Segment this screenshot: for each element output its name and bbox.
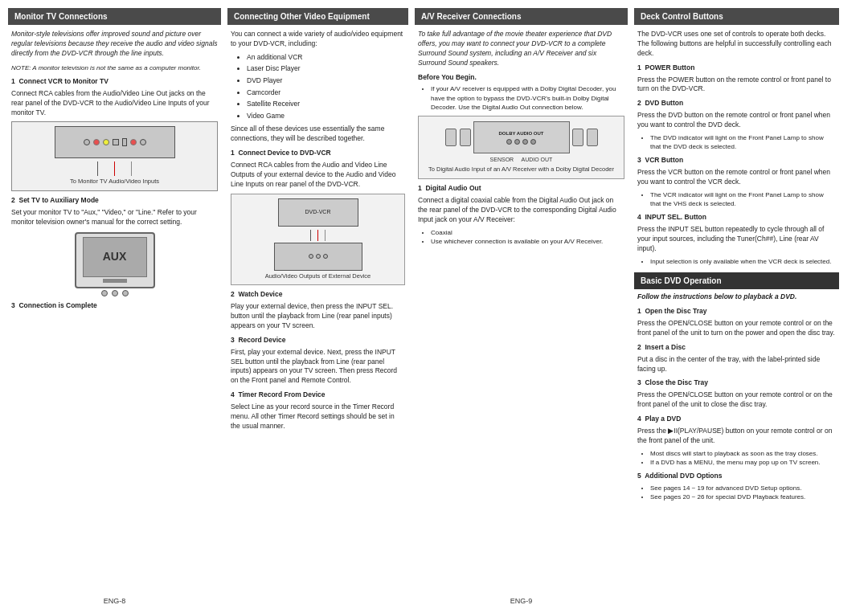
deck-step-1: 1 POWER Button <box>637 63 836 73</box>
aux-tv-diagram: AUX <box>11 232 218 296</box>
equipment-list: An additional VCR Laser Disc Player DVD … <box>247 52 405 122</box>
monitor-tv-header: Monitor TV Connections <box>8 8 221 25</box>
before-begin-item: If your A/V receiver is equipped with a … <box>431 84 624 112</box>
conn-step-3: 3 Record Device <box>231 336 405 345</box>
monitor-tv-intro: Monitor-style televisions offer improved… <box>11 30 218 59</box>
list-item: DVD Player <box>247 76 405 87</box>
column-av-receiver: A/V Receiver Connections To take full ad… <box>415 8 628 605</box>
deck-step-4-content: Press the INPUT SEL button repeatedly to… <box>637 225 836 254</box>
column-deck-control: Deck Control Buttons The DVD-VCR uses on… <box>634 8 839 605</box>
deck-step-3-content: Press the VCR button on the remote contr… <box>637 168 836 187</box>
dvd-step-5-bullets: See pages 14 ~ 19 for advanced DVD Setup… <box>650 484 836 501</box>
av-diagram: DOLBY AUDIO OUT SENSOR AUDIO OUT <box>418 116 624 179</box>
basic-dvd-follow: Follow the instructions below to playbac… <box>637 292 836 302</box>
list-item: An additional VCR <box>247 52 405 63</box>
basic-dvd-content: Follow the instructions below to playbac… <box>634 292 839 501</box>
dvd-step-1-content: Press the OPEN/CLOSE button on your remo… <box>637 319 836 338</box>
deck-step-4: 4 INPUT SEL. Button <box>637 213 836 223</box>
column-connecting-other: Connecting Other Video Equipment You can… <box>227 8 408 605</box>
deck-step-3-bullet: The VCR indicator will light on the Fron… <box>650 190 836 208</box>
step-3-header: 3 Connection is Complete <box>11 301 218 311</box>
dvd-step-2: 2 Insert a Disc <box>637 343 836 353</box>
deck-step-3: 3 VCR Button <box>637 156 836 166</box>
av-receiver-content: To take full advantage of the movie thea… <box>415 30 628 246</box>
external-device-diagram: DVD-VCR Audio/Video Outputs of External … <box>231 194 405 286</box>
page-container: Monitor TV Connections Monitor-style tel… <box>0 0 868 613</box>
dvd-step-4: 4 Play a DVD <box>637 415 836 424</box>
dvd-step-3-content: Press the OPEN/CLOSE button on your remo… <box>637 390 836 410</box>
deck-step-2-bullets: The DVD indicator will light on the Fron… <box>650 133 836 151</box>
deck-step-2: 2 DVD Button <box>637 99 836 108</box>
av-step-1-content: Connect a digital coaxial cable from the… <box>418 196 624 225</box>
av-step-1-bullets: Coaxial Use whichever connection is avai… <box>431 228 624 246</box>
dvd-step-5-bullet-2: See pages 20 ~ 26 for special DVD Playba… <box>650 492 836 501</box>
list-item: Laser Disc Player <box>247 63 405 75</box>
step-2-content: Set your monitor TV to "Aux," "Video," o… <box>11 208 218 227</box>
deck-control-header: Deck Control Buttons <box>634 8 839 25</box>
av-intro: To take full advantage of the movie thea… <box>418 30 624 68</box>
before-begin-list: If your A/V receiver is equipped with a … <box>431 84 624 112</box>
connecting-other-header: Connecting Other Video Equipment <box>227 8 408 25</box>
deck-step-2-content: Press the DVD button on the remote contr… <box>637 111 836 130</box>
conn-step-2: 2 Watch Device <box>231 290 405 300</box>
step-1-header: 1 Connect VCR to Monitor TV <box>11 77 218 87</box>
conn-step-1-content: Connect RCA cables from the Audio and Vi… <box>231 161 405 190</box>
vcr-diagram: To Monitor TV Audio/Video Inputs <box>11 121 218 191</box>
monitor-tv-content: Monitor-style televisions offer improved… <box>8 30 221 313</box>
dvd-step-4-bullet-1: Most discs will start to playback as soo… <box>650 449 836 458</box>
conn-step-1: 1 Connect Device to DVD-VCR <box>231 149 405 158</box>
deck-step-1-content: Press the POWER button on the remote con… <box>637 76 836 95</box>
ext-device-caption: Audio/Video Outputs of External Device <box>235 272 400 281</box>
list-item: Satellite Receiver <box>247 99 405 110</box>
step-2-header: 2 Set TV to Auxiliary Mode <box>11 196 218 206</box>
page-number-left: ENG-8 <box>8 591 221 605</box>
deck-step-4-bullet: Input selection is only available when t… <box>650 257 836 266</box>
deck-control-content: The DVD-VCR uses one set of controls to … <box>634 30 839 266</box>
connecting-other-intro: You can connect a wide variety of audio/… <box>231 30 405 49</box>
av-step-1: 1 Digital Audio Out <box>418 184 624 194</box>
column-monitor-tv: Monitor TV Connections Monitor-style tel… <box>8 8 221 605</box>
deck-step-3-bullets: The VCR indicator will light on the Fron… <box>650 190 836 208</box>
bullet-coaxial: Coaxial <box>431 228 624 237</box>
conn-step-3-content: First, play your external device. Next, … <box>231 348 405 386</box>
av-diagram-caption: To Digital Audio Input of an A/V Receive… <box>424 166 619 174</box>
dvd-step-4-bullets: Most discs will start to playback as soo… <box>650 449 836 467</box>
page-number-right: ENG-9 <box>415 591 628 605</box>
conn-step-2-content: Play your external device, then press th… <box>231 302 405 331</box>
since-text: Since all of these devices use essential… <box>231 125 405 144</box>
av-receiver-header: A/V Receiver Connections <box>415 8 628 25</box>
deck-step-4-bullets: Input selection is only available when t… <box>650 257 836 266</box>
dvd-step-2-content: Put a disc in the center of the tray, wi… <box>637 355 836 374</box>
deck-step-2-bullet: The DVD indicator will light on the Fron… <box>650 133 836 151</box>
list-item: Video Game <box>247 111 405 122</box>
bullet-use-whichever: Use whichever connection is available on… <box>431 237 624 246</box>
conn-step-4-content: Select Line as your record source in the… <box>231 403 405 431</box>
dvd-step-4-content: Press the ▶II(PLAY/PAUSE) button on your… <box>637 427 836 446</box>
step-1-content: Connect RCA cables from the Audio/Video … <box>11 89 218 118</box>
dvd-step-5: 5 Additional DVD Options <box>637 472 836 481</box>
dvd-step-1: 1 Open the Disc Tray <box>637 307 836 317</box>
basic-dvd-header: Basic DVD Operation <box>634 272 839 289</box>
deck-intro: The DVD-VCR uses one set of controls to … <box>637 30 836 59</box>
conn-step-4: 4 Timer Record From Device <box>231 390 405 400</box>
before-begin-label: Before You Begin. <box>418 73 477 81</box>
monitor-tv-note: NOTE: A monitor television is not the sa… <box>11 63 218 72</box>
dvd-step-3: 3 Close the Disc Tray <box>637 378 836 388</box>
vcr-diagram-caption: To Monitor TV Audio/Video Inputs <box>16 178 213 186</box>
basic-dvd-section: Basic DVD Operation Follow the instructi… <box>634 272 839 501</box>
dvd-step-4-bullet-2: If a DVD has a MENU, the menu may pop up… <box>650 458 836 467</box>
list-item: Camcorder <box>247 88 405 99</box>
connecting-other-content: You can connect a wide variety of audio/… <box>227 30 408 435</box>
dvd-step-5-bullet-1: See pages 14 ~ 19 for advanced DVD Setup… <box>650 484 836 492</box>
